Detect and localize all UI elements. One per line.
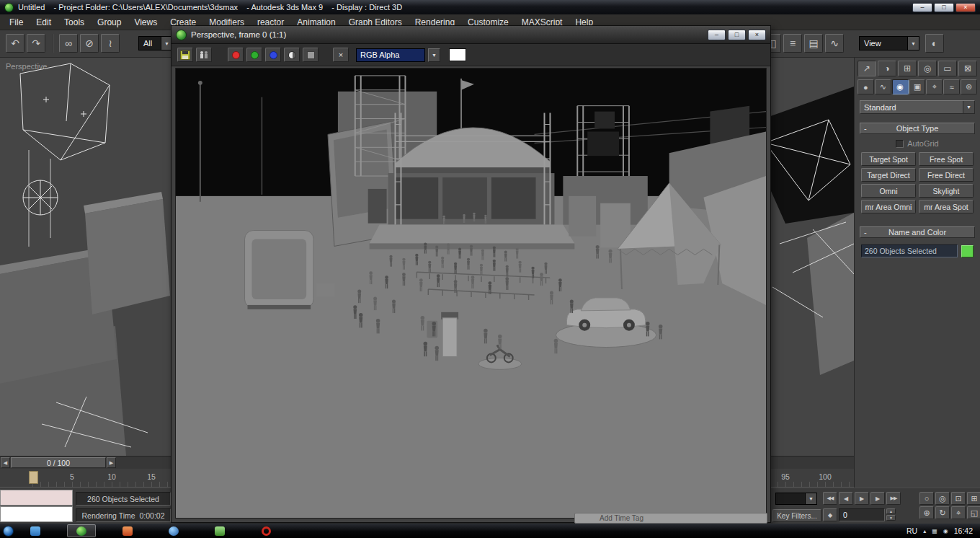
tab-create[interactable]: ↗ — [858, 61, 876, 76]
minimize-button[interactable]: – — [912, 3, 932, 12]
time-slider-left-button[interactable]: ◀ — [1, 457, 10, 468]
play-button[interactable]: ▶ — [855, 492, 869, 505]
category-shapes[interactable]: ∿ — [875, 79, 891, 94]
current-frame-marker[interactable] — [29, 471, 38, 484]
target-spot-button[interactable]: Target Spot — [861, 152, 916, 166]
time-tag-dropdown[interactable]: ▼ — [775, 493, 817, 505]
free-spot-button[interactable]: Free Spot — [919, 152, 974, 166]
curve-editor-button[interactable]: ∿ — [825, 34, 844, 53]
zoom-extents-button[interactable]: ⊡ — [951, 492, 966, 505]
category-helpers[interactable]: ⌖ — [926, 79, 943, 94]
render-minimize-button[interactable]: – — [708, 30, 726, 40]
arc-rotate-button[interactable]: ↻ — [935, 506, 950, 519]
unlink-button[interactable]: ⊘ — [80, 34, 99, 53]
viewport-label[interactable]: Perspective — [6, 62, 47, 71]
select-link-button[interactable]: ∞ — [59, 34, 78, 53]
taskbar-app-3[interactable] — [159, 524, 188, 537]
render-close-button[interactable]: × — [748, 30, 766, 40]
category-geometry[interactable]: ● — [858, 79, 874, 94]
taskbar-app-1[interactable] — [21, 524, 50, 537]
maxscript-listener-input[interactable] — [0, 506, 73, 522]
tab-hierarchy[interactable]: ⊞ — [898, 61, 917, 76]
tab-motion[interactable]: ◎ — [918, 61, 937, 76]
pan-button[interactable]: ⊕ — [919, 506, 934, 519]
menu-group[interactable]: Group — [91, 15, 128, 30]
selection-filter-dropdown[interactable]: All ▼ — [138, 36, 173, 50]
zoom-all-button[interactable]: ◎ — [935, 492, 950, 505]
tab-modify[interactable]: ◑ — [878, 61, 896, 76]
key-mode-button[interactable]: ◆ — [823, 508, 837, 521]
zoom-region-button[interactable]: ⊞ — [967, 492, 980, 505]
next-frame-button[interactable]: ▶ — [870, 492, 885, 505]
render-maximize-button[interactable]: □ — [728, 30, 746, 40]
category-cameras[interactable]: ▣ — [909, 79, 926, 94]
channel-display-dropdown[interactable]: RGB Alpha — [356, 48, 425, 62]
render-setup-button[interactable]: ◐ — [925, 34, 944, 53]
object-color-swatch[interactable] — [961, 245, 974, 257]
name-color-rollout-header[interactable]: - Name and Color — [860, 226, 975, 238]
network-tray-icon[interactable]: ▦ — [932, 528, 937, 534]
taskbar-app-5[interactable] — [251, 524, 280, 537]
add-time-tag[interactable]: Add Time Tag — [574, 513, 767, 524]
current-frame-field[interactable]: 0 — [839, 508, 885, 521]
clone-window-button[interactable] — [196, 48, 212, 62]
maximize-viewport-button[interactable]: ◱ — [967, 506, 980, 519]
language-indicator[interactable]: RU — [906, 526, 917, 535]
undo-button[interactable]: ↶ — [6, 34, 24, 53]
time-slider-right-button[interactable]: ▶ — [107, 457, 116, 468]
taskbar-app-4[interactable] — [205, 524, 234, 537]
free-direct-button[interactable]: Free Direct — [919, 168, 974, 182]
time-slider-button[interactable]: 0 / 100 — [11, 457, 106, 468]
omni-button[interactable]: Omni — [861, 184, 916, 198]
tab-utilities[interactable]: ⊠ — [958, 61, 977, 76]
category-systems[interactable]: ⊛ — [961, 79, 977, 94]
target-direct-button[interactable]: Target Direct — [861, 168, 916, 182]
save-image-button[interactable] — [177, 48, 193, 62]
reference-coordinate-dropdown[interactable]: View ▼ — [859, 36, 919, 50]
taskbar-app-2[interactable] — [113, 524, 142, 537]
red-channel-button[interactable] — [228, 48, 244, 62]
clock[interactable]: 16:42 — [954, 526, 973, 535]
go-to-end-button[interactable]: ▶▶ — [886, 492, 901, 505]
close-button[interactable]: × — [956, 3, 976, 12]
align-button[interactable]: ≡ — [783, 34, 802, 53]
category-spacewarps[interactable]: ≈ — [943, 79, 960, 94]
clear-image-button[interactable]: × — [333, 48, 349, 62]
tab-display[interactable]: ▭ — [938, 61, 957, 76]
maxscript-listener-macro[interactable] — [0, 490, 73, 506]
bind-spacewarp-button[interactable]: ≀ — [101, 34, 120, 53]
key-filters-button[interactable]: Key Filters... — [772, 509, 821, 522]
zoom-button[interactable]: ○ — [919, 492, 934, 505]
spinner-down-button[interactable]: ▼ — [886, 515, 896, 521]
3dsmax-app-icon[interactable] — [4, 3, 14, 12]
maximize-button[interactable]: □ — [934, 3, 954, 12]
light-type-dropdown[interactable]: Standard ▼ — [860, 100, 975, 114]
go-to-start-button[interactable]: ◀◀ — [823, 492, 837, 505]
object-name-field[interactable]: 260 Objects Selected — [861, 244, 958, 257]
monochrome-button[interactable] — [284, 48, 300, 62]
layer-manager-button[interactable]: ▤ — [804, 34, 823, 53]
green-channel-button[interactable] — [246, 48, 262, 62]
menu-file[interactable]: File — [3, 15, 30, 30]
category-lights[interactable]: ◉ — [892, 79, 909, 94]
tray-expand-icon[interactable]: ▴ — [923, 528, 926, 534]
alpha-channel-button[interactable] — [303, 48, 318, 62]
menu-views[interactable]: Views — [128, 15, 164, 30]
mr-area-omni-button[interactable]: mr Area Omni — [861, 200, 916, 213]
volume-tray-icon[interactable]: ◉ — [943, 528, 948, 534]
previous-frame-button[interactable]: ◀ — [839, 492, 853, 505]
field-of-view-button[interactable]: ⌖ — [951, 506, 966, 519]
render-window-titlebar[interactable]: Perspective, frame 0 (1:1) – □ × — [172, 26, 770, 44]
background-color-swatch[interactable] — [449, 48, 466, 61]
start-button[interactable] — [3, 526, 14, 537]
menu-tools[interactable]: Tools — [58, 15, 91, 30]
object-type-rollout-header[interactable]: - Object Type — [860, 123, 975, 134]
blue-channel-button[interactable] — [265, 48, 281, 62]
autogrid-checkbox[interactable] — [896, 140, 904, 148]
mr-area-spot-button[interactable]: mr Area Spot — [919, 200, 974, 213]
taskbar-app-3dsmax[interactable] — [67, 524, 96, 537]
spinner-up-button[interactable]: ▲ — [886, 508, 896, 514]
skylight-button[interactable]: Skylight — [919, 184, 974, 198]
menu-edit[interactable]: Edit — [30, 15, 58, 30]
chevron-down-icon[interactable]: ▼ — [428, 48, 440, 62]
